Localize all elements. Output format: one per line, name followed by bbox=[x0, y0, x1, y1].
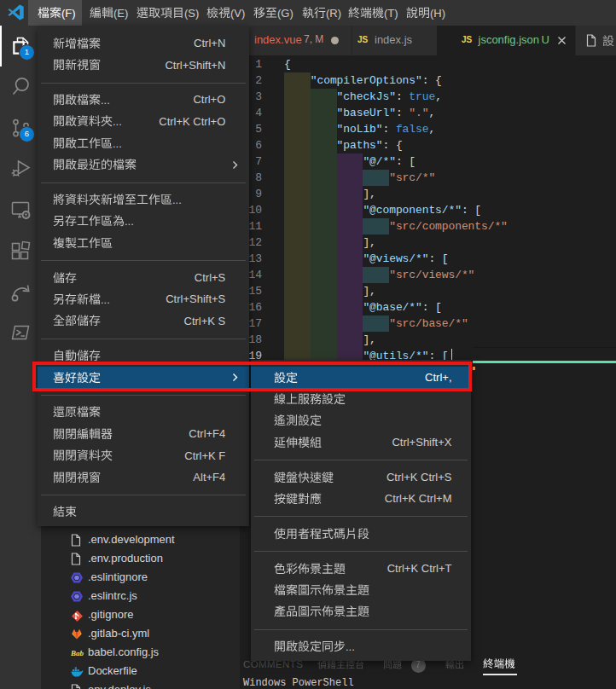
svg-text:(S): (S) bbox=[184, 7, 199, 20]
svg-text:...: ... bbox=[101, 94, 110, 107]
svg-text:(T): (T) bbox=[384, 7, 398, 20]
svg-text:(E): (E) bbox=[113, 7, 128, 20]
svg-text:...: ... bbox=[125, 215, 134, 228]
svg-text:(F): (F) bbox=[61, 7, 76, 20]
svg-text:(G): (G) bbox=[277, 7, 293, 20]
svg-text:(H): (H) bbox=[430, 7, 445, 20]
svg-text:...: ... bbox=[346, 640, 355, 653]
svg-text:(V): (V) bbox=[230, 7, 245, 20]
svg-text:Bab: Bab bbox=[71, 649, 84, 657]
svg-text:...: ... bbox=[113, 115, 122, 128]
svg-text:...: ... bbox=[113, 137, 122, 150]
svg-text:...: ... bbox=[172, 194, 182, 206]
svg-text:...: ... bbox=[101, 293, 110, 306]
svg-text:(R): (R) bbox=[326, 7, 341, 20]
